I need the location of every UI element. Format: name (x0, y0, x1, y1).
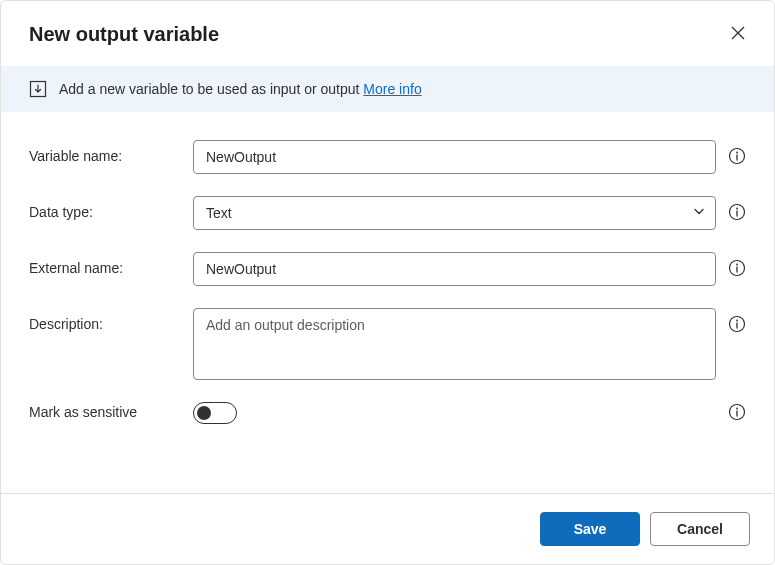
data-type-label: Data type: (29, 196, 193, 220)
row-data-type: Data type: Text (29, 196, 746, 230)
data-type-select-wrap: Text (193, 196, 716, 230)
svg-point-2 (736, 152, 738, 154)
data-type-control: Text (193, 196, 746, 230)
dialog-title: New output variable (29, 23, 219, 46)
variable-io-icon (29, 80, 47, 98)
variable-name-label: Variable name: (29, 140, 193, 164)
info-icon[interactable] (728, 147, 746, 168)
description-textarea[interactable] (193, 308, 716, 380)
info-icon[interactable] (728, 315, 746, 336)
external-name-control (193, 252, 746, 286)
svg-point-8 (736, 320, 738, 322)
variable-name-input[interactable] (193, 140, 716, 174)
svg-point-4 (736, 208, 738, 210)
toggle-wrap (193, 402, 716, 424)
form-body: Variable name: Data type: Text (1, 112, 774, 493)
banner-text: Add a new variable to be used as input o… (59, 81, 422, 97)
external-name-input[interactable] (193, 252, 716, 286)
banner-message: Add a new variable to be used as input o… (59, 81, 363, 97)
svg-point-6 (736, 264, 738, 266)
row-variable-name: Variable name: (29, 140, 746, 174)
cancel-button[interactable]: Cancel (650, 512, 750, 546)
mark-sensitive-control (193, 402, 746, 424)
close-icon (730, 25, 746, 44)
toggle-knob (197, 406, 211, 420)
data-type-select[interactable]: Text (193, 196, 716, 230)
description-label: Description: (29, 308, 193, 332)
row-description: Description: (29, 308, 746, 380)
description-control (193, 308, 746, 380)
row-mark-sensitive: Mark as sensitive (29, 402, 746, 424)
info-icon[interactable] (728, 403, 746, 424)
save-button[interactable]: Save (540, 512, 640, 546)
svg-point-10 (736, 408, 738, 410)
new-output-variable-dialog: New output variable Add a new variable t… (0, 0, 775, 565)
external-name-label: External name: (29, 252, 193, 276)
info-banner: Add a new variable to be used as input o… (1, 66, 774, 112)
variable-name-control (193, 140, 746, 174)
more-info-link[interactable]: More info (363, 81, 421, 97)
info-icon[interactable] (728, 259, 746, 280)
mark-sensitive-toggle[interactable] (193, 402, 237, 424)
dialog-footer: Save Cancel (1, 493, 774, 564)
close-button[interactable] (726, 21, 750, 48)
row-external-name: External name: (29, 252, 746, 286)
mark-sensitive-label: Mark as sensitive (29, 402, 193, 420)
dialog-header: New output variable (1, 1, 774, 66)
info-icon[interactable] (728, 203, 746, 224)
